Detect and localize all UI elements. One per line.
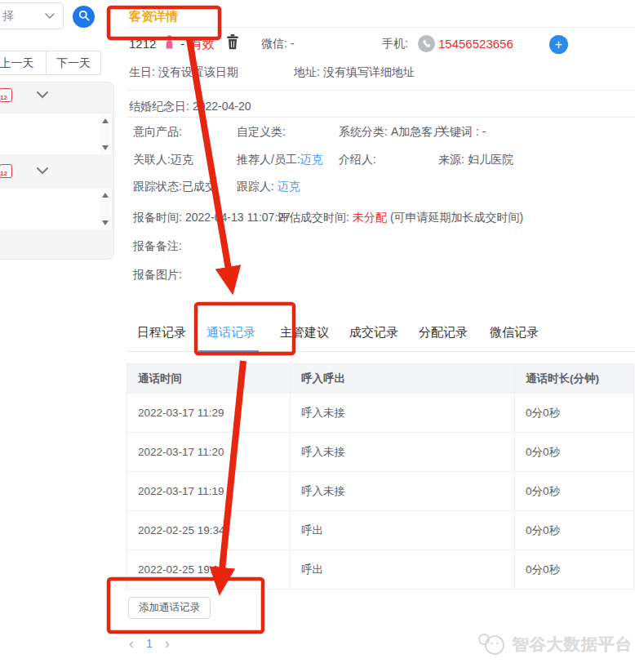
col-direction: 呼入呼出 bbox=[291, 364, 515, 393]
table-row[interactable]: 2022-03-17 11:29 呼入未接 0分0秒 bbox=[127, 393, 633, 432]
customer-name: 1212 bbox=[129, 37, 156, 51]
wechat-value: - bbox=[291, 37, 295, 50]
page-next-icon[interactable]: › bbox=[165, 636, 170, 651]
divider bbox=[127, 90, 635, 91]
phone-number[interactable]: 15456523656 bbox=[438, 37, 513, 51]
divider bbox=[127, 117, 635, 118]
keyword-field: 关键词 :- bbox=[438, 125, 486, 140]
watermark-text: 智谷大数据平台 bbox=[513, 634, 633, 656]
filter-select[interactable]: 择 bbox=[0, 2, 64, 29]
referrer-field: 推荐人/员工:迈克 bbox=[237, 153, 323, 167]
birthday-value: 没有设置该日期 bbox=[158, 65, 238, 78]
calendar-group-2[interactable]: 12 bbox=[0, 164, 48, 178]
sidebar-calendar-panel: 12 12 bbox=[0, 82, 114, 260]
phone-icon bbox=[418, 35, 435, 52]
intent-field: 意向产品: bbox=[133, 125, 182, 140]
tracker-field: 跟踪人:迈克 bbox=[237, 180, 300, 194]
anniversary-value: 2022-04-20 bbox=[193, 100, 251, 113]
status-separator: - bbox=[180, 37, 184, 51]
tab-call-record[interactable]: 通话记录 bbox=[206, 325, 255, 340]
chevron-down-icon bbox=[37, 167, 48, 175]
pagination: ‹ 1 › bbox=[129, 636, 170, 651]
scrollbar[interactable] bbox=[100, 115, 110, 154]
anniversary-field: 结婚纪念日:2022-04-20 bbox=[129, 100, 251, 114]
search-button[interactable] bbox=[73, 6, 95, 28]
divider bbox=[127, 27, 635, 28]
tracker-link[interactable]: 迈克 bbox=[278, 180, 300, 193]
address-value: 没有填写详细地址 bbox=[323, 65, 415, 78]
birthday-field: 生日:没有设置该日期 bbox=[129, 65, 238, 80]
col-call-time: 通话时间 bbox=[127, 364, 291, 393]
scroll-up-icon[interactable] bbox=[102, 118, 109, 123]
phone-label: 手机: bbox=[382, 37, 408, 51]
chevron-down-icon bbox=[45, 13, 55, 19]
crm-customer-detail-page: 择 上一天 下一天 12 12 客资详情 1212 - 有 bbox=[0, 0, 635, 672]
filter-select-value: 择 bbox=[0, 9, 45, 24]
introducer-field: 介绍人: bbox=[339, 153, 376, 167]
page-prev-icon[interactable]: ‹ bbox=[129, 636, 134, 651]
add-contact-button[interactable]: + bbox=[549, 35, 568, 54]
eval-time-field: 评估成交时间:未分配(可申请延期加长成交时间) bbox=[278, 211, 523, 225]
table-row[interactable]: 2022-03-17 11:20 呼入未接 0分0秒 bbox=[127, 432, 633, 471]
calendar-icon: 12 bbox=[0, 164, 12, 178]
eval-value: 未分配 bbox=[353, 211, 387, 224]
table-row[interactable]: 2022-02-25 19:34 呼出 0分0秒 bbox=[127, 510, 633, 550]
calendar-icon: 12 bbox=[0, 88, 12, 102]
report-images-label: 报备图片: bbox=[133, 268, 182, 283]
custom-class-field: 自定义类: bbox=[237, 125, 286, 140]
table-header-row: 通话时间 呼入呼出 通话时长(分钟) bbox=[127, 364, 633, 393]
page-number[interactable]: 1 bbox=[146, 637, 153, 650]
report-time-field: 报备时间:2022-04-13 11:07:27 bbox=[133, 211, 291, 225]
status-badge: 有效 bbox=[190, 37, 215, 52]
scrollbar[interactable] bbox=[100, 189, 110, 229]
add-call-record-button[interactable]: 添加通话记录 bbox=[128, 597, 211, 619]
chevron-down-icon bbox=[37, 91, 48, 99]
trash-icon[interactable] bbox=[226, 34, 239, 52]
wechat-label: 微信: bbox=[261, 37, 287, 50]
related-person-field: 关联人:迈克 bbox=[133, 153, 193, 167]
system-class-field: 系统分类:A加急客户 bbox=[339, 125, 444, 140]
scroll-down-icon[interactable] bbox=[102, 145, 109, 150]
call-record-table: 通话时间 呼入呼出 通话时长(分钟) 2022-03-17 11:29 呼入未接… bbox=[127, 363, 634, 590]
calendar-group-1[interactable]: 12 bbox=[0, 88, 48, 102]
tab-wechat-record[interactable]: 微信记录 bbox=[490, 325, 539, 340]
eval-note: (可申请延期加长成交时间) bbox=[390, 211, 523, 224]
wechat-field: 微信:- bbox=[261, 37, 295, 51]
search-icon bbox=[78, 10, 90, 24]
next-day-button[interactable]: 下一天 bbox=[47, 51, 101, 75]
address-field: 地址:没有填写详细地址 bbox=[294, 65, 415, 80]
active-tab-underline bbox=[198, 350, 259, 352]
tab-schedule-record[interactable]: 日程记录 bbox=[137, 325, 186, 340]
tab-assign-record[interactable]: 分配记录 bbox=[419, 325, 468, 340]
record-tabbar: 日程记录 通话记录 主管建议 成交记录 分配记录 微信记录 bbox=[127, 314, 635, 352]
report-remark-label: 报备备注: bbox=[133, 239, 182, 254]
prev-day-button[interactable]: 上一天 bbox=[0, 51, 47, 75]
page-title: 客资详情 bbox=[129, 9, 178, 24]
scroll-up-icon[interactable] bbox=[102, 193, 109, 198]
person-icon bbox=[164, 35, 175, 51]
birthday-label: 生日: bbox=[129, 65, 155, 78]
anniversary-label: 结婚纪念日: bbox=[129, 100, 189, 113]
watermark: 智谷大数据平台 bbox=[475, 632, 633, 656]
watermark-logo-icon bbox=[475, 632, 508, 656]
col-duration: 通话时长(分钟) bbox=[515, 364, 633, 393]
tab-supervisor-advice[interactable]: 主管建议 bbox=[280, 325, 329, 340]
track-status-field: 跟踪状态:已成交 bbox=[133, 180, 216, 194]
table-row[interactable]: 2022-03-17 11:19 呼入未接 0分0秒 bbox=[127, 471, 633, 510]
address-label: 地址: bbox=[294, 65, 320, 78]
schedule-list-2[interactable] bbox=[0, 187, 113, 231]
schedule-list-1[interactable] bbox=[0, 113, 113, 156]
source-field: 来源:妇儿医院 bbox=[438, 153, 513, 167]
table-row[interactable]: 2022-02-25 19:34 呼出 0分0秒 bbox=[127, 550, 633, 589]
referrer-link[interactable]: 迈克 bbox=[300, 153, 323, 166]
tab-deal-record[interactable]: 成交记录 bbox=[349, 325, 398, 340]
scroll-down-icon[interactable] bbox=[102, 220, 109, 225]
